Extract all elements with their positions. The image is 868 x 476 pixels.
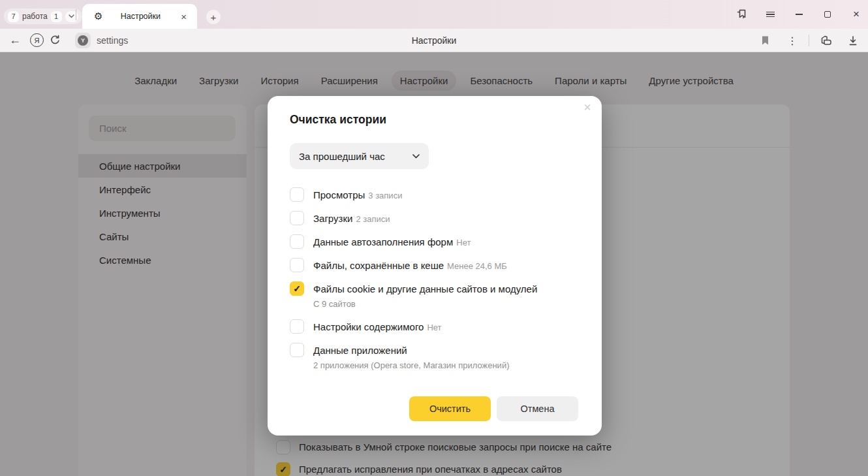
clear-button[interactable]: Очистить [409,396,491,421]
yandex-logo-icon[interactable]: Я [30,33,44,47]
active-tab[interactable]: ⚙ Настройки × [82,4,197,29]
cancel-button[interactable]: Отмена [497,396,578,421]
kebab-menu-icon[interactable]: ⋮ [781,32,803,49]
close-window-button[interactable]: × [850,8,863,21]
category-row-autofill: Данные автозаполнения формНет [290,234,580,249]
address-bar: ← Я Y settings Настройки ⋮ [0,29,868,52]
tab-panels-icon[interactable] [735,8,748,21]
collections-icon[interactable] [814,32,837,49]
gear-icon: ⚙ [94,10,102,22]
tab-group-badge: 1 [51,11,62,22]
category-row-app-data: Данные приложений 2 приложения (Opera st… [290,343,580,372]
maximize-button[interactable] [821,8,834,21]
checkbox-cache[interactable] [290,258,304,272]
back-icon[interactable]: ← [4,32,26,49]
clear-history-dialog: × Очистка истории За прошедший час Просм… [268,96,602,436]
tab-strip: 7 работа 1 ⚙ Настройки × + × [0,0,868,29]
checkbox-autofill[interactable] [290,234,304,249]
site-favicon: Y [75,33,91,48]
history-categories-list: Просмотры3 записи Загрузки2 записи Данны… [290,187,580,381]
dialog-actions: Очистить Отмена [409,396,578,421]
reload-icon[interactable] [44,32,66,49]
category-row-content-settings: Настройки содержимогоНет [290,319,580,334]
category-row-cache: Файлы, сохранённые в кешеМенее 24,6 МБ [290,258,580,273]
category-row-downloads: Загрузки2 записи [290,211,580,226]
checkbox-cookies[interactable] [290,281,304,296]
url-input[interactable]: settings [97,35,128,46]
new-tab-button[interactable]: + [206,10,221,24]
checkbox-content-settings[interactable] [290,319,304,334]
category-subtext: 2 приложения (Opera store, Магазин прило… [313,359,509,372]
checkbox-downloads[interactable] [290,211,304,225]
browser-window: 7 работа 1 ⚙ Настройки × + × [0,0,868,476]
chevron-down-icon [412,154,420,159]
category-row-views: Просмотры3 записи [290,187,580,202]
checkbox-views[interactable] [290,187,304,202]
category-subtext: С 9 сайтов [313,298,537,311]
tab-group-chip[interactable]: 7 работа 1 [4,8,82,24]
tab-title: Настройки [102,12,178,21]
omnibox-page-title: Настройки [0,35,868,46]
tab-group-count: 7 [8,11,19,22]
download-icon[interactable] [842,32,864,49]
tab-group-label: работа [22,12,48,21]
close-tab-icon[interactable]: × [178,11,189,22]
minimize-button[interactable] [792,8,805,21]
category-row-cookies: Файлы cookie и другие данные сайтов и мо… [290,281,580,311]
period-select[interactable]: За прошедший час [290,143,429,169]
bookmark-icon[interactable] [754,32,776,49]
tab-group-separator [76,9,76,20]
checkbox-app-data[interactable] [290,343,304,357]
toolbar-separator [809,35,809,46]
dialog-title: Очистка истории [290,113,386,127]
close-dialog-icon[interactable]: × [581,99,594,116]
period-select-value: За прошедший час [299,151,412,162]
window-controls: × [735,5,863,24]
menu-icon[interactable] [764,8,777,21]
